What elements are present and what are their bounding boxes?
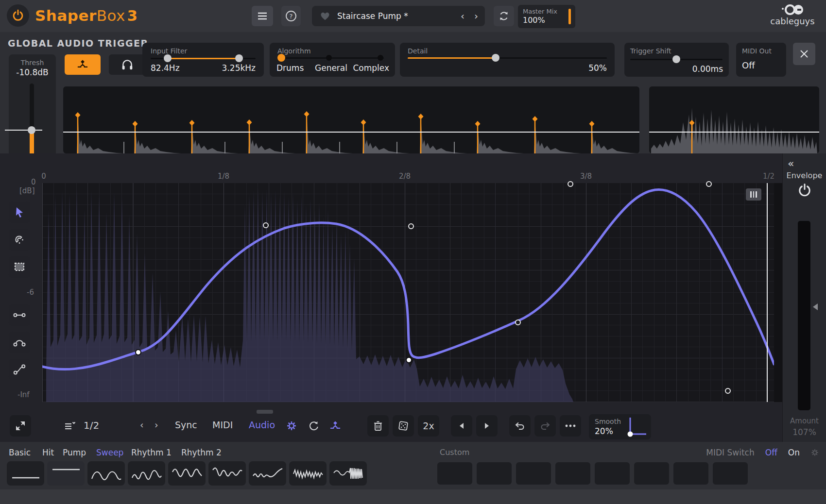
more-options-button[interactable] [560, 415, 581, 437]
shift-right-button[interactable] [476, 415, 498, 437]
panel-grip-notch[interactable] [257, 410, 273, 414]
custom-wave-slot[interactable] [713, 462, 748, 485]
algorithm-general-dot[interactable] [326, 55, 332, 61]
loop-grip-handle[interactable] [746, 188, 761, 201]
algorithm-slider[interactable] [281, 57, 384, 59]
tab-basic[interactable]: Basic [9, 448, 31, 457]
lfo-canvas[interactable] [42, 183, 774, 402]
trigger-waveform-display[interactable] [63, 86, 639, 153]
detail-label: Detail [408, 47, 428, 55]
algorithm-option-general[interactable]: General [315, 63, 347, 73]
trigger-shift-handle[interactable] [672, 55, 680, 63]
wave-shape-rising-waves[interactable] [128, 461, 165, 486]
envelope-power-button[interactable] [797, 183, 812, 198]
mode-sync[interactable]: Sync [175, 420, 197, 430]
mode-audio[interactable]: Audio [249, 420, 275, 430]
loop-end-line[interactable] [767, 183, 768, 402]
wave-prev-button[interactable]: ‹ [140, 420, 144, 430]
tab-rhythm1[interactable]: Rhythm 1 [131, 448, 172, 457]
retrigger-loop-button[interactable] [303, 415, 325, 437]
trigger-settings-button[interactable] [281, 415, 302, 437]
tab-pump[interactable]: Pump [63, 448, 86, 457]
midi-out-panel[interactable]: MIDI Out Off [736, 43, 786, 77]
wave-shape-decaying-waves[interactable] [208, 461, 246, 486]
delete-wave-button[interactable] [367, 415, 389, 437]
mode-midi[interactable]: MIDI [212, 420, 233, 430]
detail-slider-handle[interactable] [492, 54, 499, 62]
algorithm-option-drums[interactable]: Drums [276, 63, 304, 73]
help-button[interactable]: ? [281, 6, 301, 26]
audio-trigger-toolbar-button[interactable] [325, 415, 346, 437]
wave-next-button[interactable]: › [155, 420, 158, 430]
tool-scurve-button[interactable] [9, 359, 30, 380]
fullscreen-button[interactable] [10, 415, 31, 437]
tool-arc-button[interactable] [9, 332, 30, 353]
shift-left-button[interactable] [451, 415, 472, 437]
smooth-control[interactable]: Smooth 20% [589, 414, 651, 439]
master-mix-control[interactable]: Master Mix 100% [518, 5, 575, 28]
wave-list-button[interactable] [59, 415, 81, 437]
master-mix-slider[interactable] [568, 9, 571, 24]
tab-rhythm2[interactable]: Rhythm 2 [181, 448, 222, 457]
custom-wave-slot[interactable] [437, 462, 472, 485]
algorithm-drums-dot[interactable] [277, 54, 285, 62]
tool-snap-button[interactable] [9, 229, 30, 251]
input-filter-low-handle[interactable] [164, 54, 172, 62]
custom-wave-slot[interactable] [634, 462, 669, 485]
tool-cursor-button[interactable] [9, 202, 30, 223]
tab-sweep[interactable]: Sweep [96, 448, 123, 457]
favorite-heart-icon[interactable] [320, 11, 330, 21]
audio-trigger-enable-button[interactable] [65, 54, 101, 75]
preset-prev-button[interactable]: ‹ [456, 10, 469, 22]
wave-shape-jagged-noise[interactable] [289, 461, 327, 486]
input-filter-high-handle[interactable] [235, 54, 243, 62]
tool-line-button[interactable] [9, 304, 30, 326]
envelope-slider-arrow-icon[interactable] [813, 303, 818, 310]
custom-wave-slot[interactable] [595, 462, 630, 485]
top-bar: ShaperBox 3 ? Staircase Pump * ‹ › [0, 0, 826, 32]
wave-shape-flat-high[interactable] [47, 461, 85, 486]
wave-shape-flat-low[interactable] [7, 461, 44, 486]
custom-label: Custom [440, 448, 469, 457]
randomize-button[interactable] [393, 415, 414, 437]
ab-compare-button[interactable] [494, 6, 514, 26]
preset-next-button[interactable]: › [469, 10, 485, 22]
tool-select-button[interactable] [9, 256, 30, 278]
preset-selector[interactable]: Staircase Pump * ‹ › [312, 6, 485, 26]
app-logo: ShaperBox 3 [35, 7, 138, 24]
wave-shape-wave-burst[interactable] [329, 461, 367, 486]
tab-hit[interactable]: Hit [42, 448, 54, 457]
double-wave-button[interactable]: 2x [418, 415, 439, 437]
algorithm-complex-dot[interactable] [378, 55, 383, 61]
trigger-listen-button[interactable] [109, 54, 146, 75]
envelope-amount-slider[interactable] [798, 221, 810, 410]
wave-shape-ripple-rise[interactable] [249, 461, 286, 486]
timeline-label-2-8: 2/8 [399, 172, 411, 181]
collapse-panel-button[interactable]: « [788, 157, 794, 169]
custom-wave-slot[interactable] [673, 462, 708, 485]
undo-button[interactable] [509, 415, 531, 437]
wave-shape-triple-wave[interactable] [168, 461, 206, 486]
midi-switch-on[interactable]: On [788, 448, 800, 457]
trigger-shift-panel: Trigger Shift 0.00ms [624, 43, 729, 77]
midi-switch-off[interactable]: Off [765, 448, 777, 457]
wave-length-value[interactable]: 1/2 [84, 420, 99, 431]
midi-switch-settings-icon[interactable] [810, 448, 819, 457]
custom-wave-slot[interactable] [555, 462, 590, 485]
expand-icon [16, 421, 25, 431]
cableguys-wordmark: cableguys [766, 16, 819, 26]
custom-wave-slot[interactable] [516, 462, 551, 485]
redo-button[interactable] [534, 415, 556, 437]
db-label-zero: 0 [31, 178, 36, 186]
shaperbox-window: ShaperBox 3 ? Staircase Pump * ‹ › [0, 0, 826, 504]
cursor-icon [14, 206, 25, 218]
custom-wave-slot[interactable] [477, 462, 512, 485]
plugin-power-button[interactable] [7, 4, 29, 27]
threshold-slider-handle[interactable] [28, 126, 35, 134]
smooth-slider[interactable] [627, 417, 649, 438]
main-menu-button[interactable] [252, 6, 273, 26]
close-trigger-section-button[interactable] [793, 43, 815, 65]
wave-shape-two-humps[interactable] [87, 461, 125, 486]
algorithm-option-complex[interactable]: Complex [353, 63, 389, 73]
trigger-waveform-display-aux[interactable] [649, 86, 819, 153]
